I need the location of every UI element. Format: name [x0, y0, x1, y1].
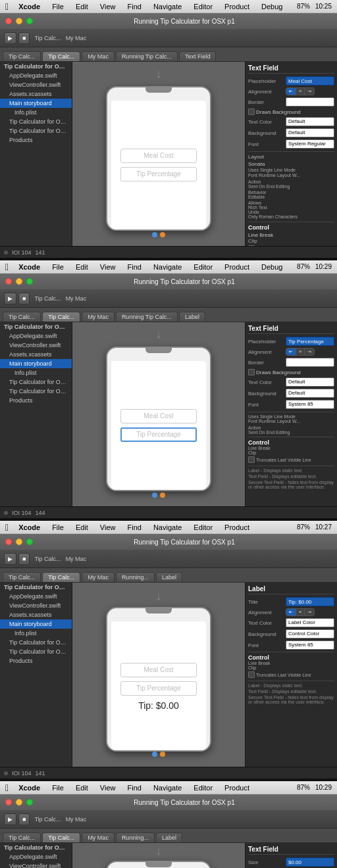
- menu-file[interactable]: File: [50, 3, 66, 11]
- insp2-cb-bg[interactable]: [248, 369, 255, 375]
- tab-1[interactable]: Tip Calc...: [3, 51, 41, 61]
- insp3-left[interactable]: ⇤: [286, 609, 296, 615]
- run-3[interactable]: ▶: [4, 553, 16, 565]
- menu-xcode-3[interactable]: Xcode: [16, 523, 42, 531]
- sidebar-mainstoryboard[interactable]: Main storyboard: [0, 99, 72, 108]
- menu-editor-4[interactable]: Editor: [192, 784, 215, 792]
- menu-view-3[interactable]: View: [98, 523, 118, 531]
- insp3-tc-val[interactable]: Label Color: [286, 618, 334, 627]
- menu-view-2[interactable]: View: [98, 263, 118, 271]
- sb2-assets[interactable]: Assets.xcassets: [0, 350, 72, 359]
- tab4-1[interactable]: Tip Calc...: [3, 832, 41, 842]
- tab-3[interactable]: My Mac: [82, 51, 115, 61]
- run-4[interactable]: ▶: [4, 813, 16, 825]
- checkbox-truncates[interactable]: [248, 245, 255, 246]
- minimize-button[interactable]: [16, 18, 22, 24]
- menu-navigate-4[interactable]: Navigate: [151, 784, 184, 792]
- val-border[interactable]: [286, 97, 334, 107]
- stop-btn-2[interactable]: ■: [18, 293, 30, 304]
- sidebar-viewcontroller[interactable]: ViewController.swift: [0, 80, 72, 89]
- sb2-uitests[interactable]: Tip Calculator for OSX p1UITests: [0, 387, 72, 396]
- tab-2-3[interactable]: My Mac: [82, 312, 115, 322]
- maximize-button[interactable]: [26, 18, 33, 24]
- menu-navigate[interactable]: Navigate: [151, 3, 184, 11]
- insp3-center[interactable]: ≡: [296, 609, 305, 615]
- tab4-label[interactable]: Label: [156, 832, 182, 842]
- menu-edit-2[interactable]: Edit: [74, 263, 90, 271]
- menu-edit-3[interactable]: Edit: [74, 523, 90, 531]
- tab-text-field[interactable]: Text Field: [179, 51, 217, 61]
- sidebar-tests[interactable]: Tip Calculator for OSX p1Tests: [0, 117, 72, 126]
- menu-find-2[interactable]: Find: [126, 263, 143, 271]
- tab3-3[interactable]: My Mac: [82, 572, 115, 582]
- menu-navigate-3[interactable]: Navigate: [151, 523, 184, 531]
- insp2-align-left[interactable]: ⇤: [286, 349, 296, 355]
- close-btn-2[interactable]: [5, 278, 12, 285]
- menu-view-4[interactable]: View: [98, 784, 118, 792]
- align-left[interactable]: ⇤: [286, 88, 296, 95]
- sb3-appdelegate[interactable]: AppDelegate.swift: [0, 592, 72, 601]
- menu-editor[interactable]: Editor: [192, 3, 215, 11]
- tab4-2[interactable]: Tip Calc...: [42, 832, 80, 842]
- sb4-viewcontroller[interactable]: ViewController.swift: [0, 861, 72, 868]
- stop-4[interactable]: ■: [18, 813, 30, 825]
- insp2-val-bg[interactable]: Default: [286, 389, 334, 398]
- tab-running[interactable]: Running Tip Calc...: [116, 51, 178, 61]
- sb4-project[interactable]: Tip Calculator for OSX p1: [0, 843, 72, 852]
- insp3-right[interactable]: ⇥: [305, 609, 314, 615]
- tab3-running[interactable]: Running...: [116, 572, 155, 582]
- sb2-project[interactable]: Tip Calculator for OSX p1: [0, 322, 72, 331]
- insp2-val-tc[interactable]: Default: [286, 377, 334, 387]
- tab3-2[interactable]: Tip Calc...: [42, 572, 80, 582]
- run-btn-2[interactable]: ▶: [4, 293, 16, 304]
- sidebar-products[interactable]: Products: [0, 135, 72, 145]
- menu-find-4[interactable]: Find: [126, 784, 143, 792]
- meal-cost-field-2[interactable]: Meal Cost: [120, 409, 196, 423]
- tp-field-3[interactable]: Tip Percentage: [120, 681, 196, 696]
- menu-file-4[interactable]: File: [50, 784, 66, 792]
- sb2-infoplist[interactable]: Info.plist: [0, 368, 72, 377]
- sb3-assets[interactable]: Assets.xcassets: [0, 610, 72, 619]
- sb3-project[interactable]: Tip Calculator for OSX p1: [0, 583, 72, 592]
- insp3-tip-val[interactable]: Tip: $0.00: [286, 597, 334, 606]
- tab-2-2[interactable]: Tip Calc...: [42, 312, 80, 322]
- val-bg[interactable]: Default: [286, 128, 334, 137]
- insp4-size-val[interactable]: $0.00: [286, 857, 334, 867]
- menu-editor-2[interactable]: Editor: [192, 263, 215, 271]
- tab-2-label[interactable]: Label: [179, 312, 205, 322]
- sb3-uitests[interactable]: Tip Calculator for OSX p1UITests: [0, 647, 72, 656]
- sb2-mainstoryboard[interactable]: Main storyboard: [0, 359, 72, 368]
- checkbox-draws-bg[interactable]: [248, 108, 255, 115]
- menu-xcode-2[interactable]: Xcode: [16, 263, 42, 271]
- align-right[interactable]: ⇥: [305, 88, 314, 95]
- menu-product-3[interactable]: Product: [222, 523, 251, 531]
- min-3[interactable]: [16, 539, 22, 545]
- apple-menu[interactable]: : [5, 1, 9, 12]
- menu-product-4[interactable]: Product: [222, 784, 251, 792]
- menu-navigate-2[interactable]: Navigate: [151, 263, 184, 271]
- max-btn-2[interactable]: [26, 278, 33, 285]
- meal-cost-field-1[interactable]: Meal Cost: [120, 149, 196, 163]
- insp2-val-font[interactable]: System 85: [286, 400, 334, 409]
- tab-2-active[interactable]: Tip Calc...: [42, 51, 80, 61]
- sb3-viewcontroller[interactable]: ViewController.swift: [0, 601, 72, 610]
- apple-menu-4[interactable]: : [5, 783, 9, 793]
- insp3-cb-trunc[interactable]: [248, 671, 255, 678]
- menu-find-3[interactable]: Find: [126, 523, 143, 531]
- menu-edit-4[interactable]: Edit: [74, 784, 90, 792]
- align-center[interactable]: ≡: [296, 88, 305, 95]
- max-4[interactable]: [26, 799, 33, 806]
- stop-3[interactable]: ■: [18, 553, 30, 565]
- menu-xcode[interactable]: Xcode: [16, 3, 42, 11]
- insp2-val-ph[interactable]: Tip Percentage: [286, 337, 334, 346]
- sidebar-infoplist[interactable]: Info.plist: [0, 108, 72, 117]
- insp2-align-center[interactable]: ≡: [296, 349, 305, 355]
- tip-pct-field-2-selected[interactable]: Tip Percentage: [120, 427, 196, 442]
- sidebar-assets[interactable]: Assets.xcassets: [0, 89, 72, 99]
- max-3[interactable]: [26, 539, 33, 545]
- sidebar-appdelegate[interactable]: AppDelegate.swift: [0, 71, 72, 80]
- close-4[interactable]: [5, 799, 12, 806]
- insp2-val-border[interactable]: [286, 358, 334, 367]
- menu-debug[interactable]: Debug: [259, 3, 284, 11]
- sb2-viewcontroller[interactable]: ViewController.swift: [0, 341, 72, 350]
